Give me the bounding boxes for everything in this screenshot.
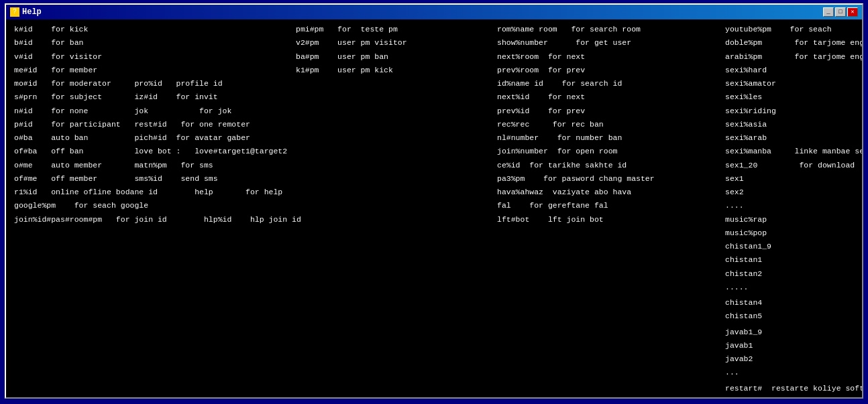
column-2: pmi#pm for teste pmv2#pm user pm visitor… — [293, 23, 494, 397]
list-item: music%pop — [725, 227, 854, 239]
list-item: o#me auto member matn%pm for sms — [14, 159, 290, 171]
column-4: youtube%pm for seachdoble%pm for tarjome… — [722, 23, 857, 397]
help-window: ? Help _ □ ✕ k#id for kickb#id for banv#… — [5, 3, 863, 399]
list-item: k1#pm user pm kick — [296, 64, 492, 76]
maximize-button[interactable]: □ — [835, 7, 846, 17]
list-item: id%name id for search id — [497, 78, 720, 89]
list-item: me#id for member — [14, 64, 290, 76]
list-item: sexi%amator — [725, 78, 854, 89]
list-item: show%number for get user — [497, 37, 720, 48]
list-item: lft#idbot lft join id bot — [725, 396, 854, 397]
window-icon: ? — [10, 7, 19, 17]
column-3: rom%name room for search roomshow%number… — [494, 23, 722, 397]
list-item: sex1_20 for download — [725, 159, 854, 171]
list-item: chistan5 — [725, 310, 854, 322]
list-item: javab1_9 — [725, 326, 854, 338]
list-item: sex2 — [725, 186, 854, 198]
list-item: v#id for visitor — [14, 51, 290, 62]
column-1: k#id for kickb#id for banv#id for visito… — [11, 23, 293, 397]
help-content: k#id for kickb#id for banv#id for visito… — [6, 19, 862, 397]
list-item: of#me off member sms%id send sms — [14, 173, 290, 184]
list-item: join%id#pas#room#pm for join id hlp%id h… — [14, 214, 290, 225]
list-item: sexi%les — [725, 91, 854, 103]
list-item: lft#bot lft join bot — [497, 214, 720, 225]
list-item: hava%ahwaz vaziyate abo hava — [497, 186, 720, 198]
list-item: s#prn for subject iz#id for invit — [14, 91, 290, 103]
list-item: arabi%pm for tarjome englishi be arabi — [725, 51, 854, 62]
titlebar-buttons: _ □ ✕ — [823, 7, 858, 17]
list-item: ce%id for tarikhe sakhte id — [497, 159, 720, 171]
titlebar-left: ? Help — [10, 7, 42, 17]
list-item: r1%id online ofline bodane id help for h… — [14, 186, 290, 198]
list-item: ... — [725, 366, 854, 378]
list-item: sexi%manba linke manbae sex:D — [725, 145, 854, 157]
window-title: Help — [22, 7, 42, 17]
titlebar: ? Help _ □ ✕ — [6, 5, 862, 19]
list-item: n#id for none jok for jok — [14, 105, 290, 117]
list-item: google%pm for seach google — [14, 200, 290, 211]
list-item: fal for gereftane fal — [497, 200, 720, 211]
list-item: pmi#pm for teste pm — [296, 23, 492, 35]
list-item: music%rap — [725, 214, 854, 225]
list-item: sexi%riding — [725, 105, 854, 117]
list-item: restart# restarte koliye soft — [725, 383, 854, 394]
list-item: doble%pm for tarjome englishi be irani — [725, 37, 854, 48]
list-item: p#id for participant rest#id for one rem… — [14, 119, 290, 130]
list-item: ..... — [725, 281, 854, 293]
list-item: next%id for next — [497, 91, 720, 103]
list-item: ba#pm user pm ban — [296, 51, 492, 62]
list-item: sexi%hard — [725, 64, 854, 76]
list-item: rom%name room for search room — [497, 23, 720, 35]
list-item: k#id for kick — [14, 23, 290, 35]
list-item: of#ba off ban love bot : love#target1@ta… — [14, 145, 290, 157]
list-item: mo#id for moderator pro%id profile id — [14, 78, 290, 89]
list-item: b#id for ban — [14, 37, 290, 48]
list-item: rec%rec for rec ban — [497, 119, 720, 130]
list-item: o#ba auto ban pich#id for avatar gaber — [14, 132, 290, 143]
list-item: javab1 — [725, 340, 854, 351]
list-item: sex1 — [725, 173, 854, 184]
list-item: sexi%asia — [725, 119, 854, 130]
list-item: chistan1_9 — [725, 241, 854, 252]
minimize-button[interactable]: _ — [823, 7, 834, 17]
list-item: chistan4 — [725, 297, 854, 308]
list-item: chistan1 — [725, 254, 854, 265]
list-item: .... — [725, 200, 854, 211]
list-item: next%room for next — [497, 51, 720, 62]
list-item: youtube%pm for seach — [725, 23, 854, 35]
list-item: pa3%pm for pasword chang master — [497, 173, 720, 184]
list-item: prev%room for prev — [497, 64, 720, 76]
close-button[interactable]: ✕ — [847, 7, 858, 17]
list-item: join%number for open room — [497, 145, 720, 157]
list-item: javab2 — [725, 353, 854, 364]
list-item: nl#number for number ban — [497, 132, 720, 143]
list-item: chistan2 — [725, 268, 854, 279]
list-item: sexi%arab — [725, 132, 854, 143]
list-item: prev%id for prev — [497, 105, 720, 117]
list-item: v2#pm user pm visitor — [296, 37, 492, 48]
